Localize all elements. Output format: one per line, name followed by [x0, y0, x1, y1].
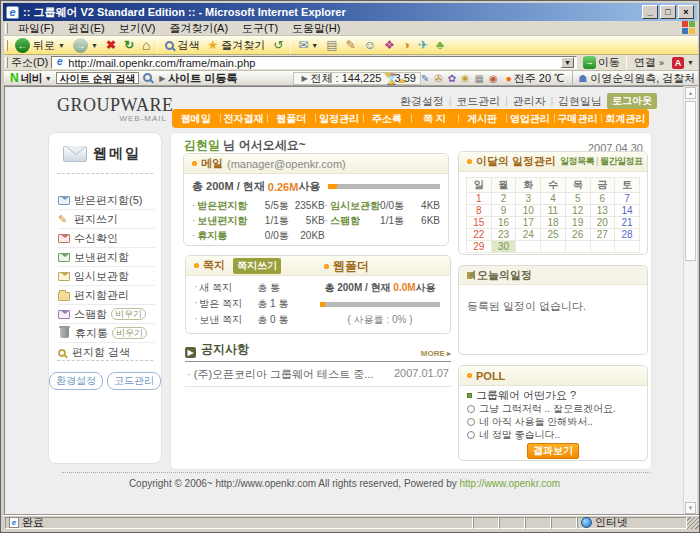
- nav-tab-8[interactable]: 구매관리: [554, 109, 602, 128]
- address-input[interactable]: e http://mail.openkr.com/frame/main.php …: [51, 56, 577, 69]
- calendar-day-17[interactable]: 17: [516, 217, 541, 229]
- calendar-day-6[interactable]: 6: [590, 193, 615, 205]
- maximize-button[interactable]: □: [660, 5, 676, 19]
- calendar-day-10[interactable]: 10: [516, 205, 541, 217]
- calendar-day-12[interactable]: 12: [565, 205, 590, 217]
- sidebar-item-1[interactable]: 편지쓰기: [58, 210, 155, 229]
- calendar-day-7[interactable]: 7: [615, 193, 640, 205]
- poll-result-button[interactable]: 결과보기: [527, 443, 579, 459]
- sidebar-button-1[interactable]: 코드관리: [107, 372, 161, 390]
- naver-logo[interactable]: N 네비▼: [4, 71, 56, 86]
- nav-tab-5[interactable]: 쪽 지: [411, 109, 459, 128]
- calendar-day-13[interactable]: 13: [590, 205, 615, 217]
- menu-item-3[interactable]: 즐겨찾기(A): [162, 20, 235, 37]
- nav-tab-0[interactable]: 웹메일: [172, 109, 220, 128]
- site-rank-search-input[interactable]: 사이트 순위 검색: [56, 72, 140, 84]
- poll-option-0[interactable]: 그냥 그럭저럭 .. 잘모르겠어요.: [459, 402, 647, 415]
- notice-item[interactable]: · (주)오픈코리아 그룹웨어 테스트 중... 2007.01.07: [185, 362, 451, 387]
- nav-tab-7[interactable]: 영업관리: [506, 109, 554, 128]
- app3-button[interactable]: ✈: [414, 37, 432, 54]
- calendar-day-25[interactable]: 25: [541, 229, 566, 241]
- sidebar-item-6[interactable]: 스팸함비우기: [58, 305, 155, 324]
- menu-item-1[interactable]: 편집(E): [61, 20, 112, 37]
- calendar-day-27[interactable]: 27: [590, 229, 615, 241]
- calendar-day-16[interactable]: 16: [491, 217, 516, 229]
- calendar-day-29[interactable]: 29: [467, 241, 492, 253]
- utility-link-0[interactable]: 환경설정: [400, 94, 444, 109]
- notice-more-link[interactable]: MORE ▸: [421, 349, 451, 358]
- menu-item-2[interactable]: 보기(V): [112, 20, 163, 37]
- cal-icon[interactable]: ◉: [489, 73, 498, 84]
- nav-tab-1[interactable]: 전자결재: [220, 109, 268, 128]
- print-button[interactable]: ▤: [322, 37, 341, 54]
- nav-tab-3[interactable]: 일정관리: [315, 109, 363, 128]
- sidebar-item-2[interactable]: 수신확인: [58, 229, 155, 248]
- calc-icon[interactable]: ▦: [474, 73, 483, 84]
- nav-tab-4[interactable]: 주소록: [363, 109, 411, 128]
- links-button[interactable]: 연결 »: [630, 54, 668, 71]
- go-button[interactable]: → 이동: [580, 55, 623, 70]
- utility-link-1[interactable]: 코드관리: [456, 94, 500, 109]
- messenger-button[interactable]: ☺: [360, 37, 380, 54]
- poll-option-2[interactable]: 네 정말 좋습니다..: [459, 428, 647, 441]
- sidebar-item-5[interactable]: 편지함관리: [58, 286, 155, 305]
- site-status[interactable]: 사이트 미등록: [168, 71, 237, 86]
- calendar-day-9[interactable]: 9: [491, 205, 516, 217]
- utility-link-3[interactable]: 김현일님: [558, 94, 602, 109]
- poll-option-1[interactable]: 네 아직 사용을 안해봐서..: [459, 415, 647, 428]
- poll-radio-1[interactable]: [467, 418, 475, 426]
- menu-item-4[interactable]: 도구(T): [235, 20, 285, 37]
- history-button[interactable]: ↺: [269, 37, 287, 54]
- search-button[interactable]: 검색: [161, 37, 203, 54]
- empty-button[interactable]: 비우기: [112, 327, 147, 339]
- edit-button[interactable]: ✎: [342, 37, 360, 54]
- calendar-day-28[interactable]: 28: [615, 229, 640, 241]
- nav-tab-2[interactable]: 웹폴더: [267, 109, 315, 128]
- calendar-day-5[interactable]: 5: [565, 193, 590, 205]
- calendar-day-22[interactable]: 22: [467, 229, 492, 241]
- utility-link-2[interactable]: 관리자: [513, 94, 546, 109]
- scroll-up-button[interactable]: ▲: [685, 87, 696, 99]
- favorites-button[interactable]: ★즐겨찾기: [203, 37, 269, 54]
- forward-button[interactable]: →▼: [69, 37, 102, 54]
- calendar-day-1[interactable]: 1: [467, 193, 492, 205]
- scroll-thumb[interactable]: [685, 101, 696, 261]
- poll-radio-2[interactable]: [467, 431, 475, 439]
- calendar-day-21[interactable]: 21: [615, 217, 640, 229]
- pencil-icon[interactable]: ✎: [421, 73, 429, 84]
- sidebar-button-0[interactable]: 환경설정: [49, 372, 103, 390]
- back-button[interactable]: ← 뒤로▼: [11, 37, 69, 54]
- calendar-day-20[interactable]: 20: [590, 217, 615, 229]
- app4-button[interactable]: ♣: [432, 37, 448, 54]
- address-dropdown[interactable]: ▼: [561, 57, 574, 68]
- gold-icon[interactable]: ❀: [461, 73, 469, 84]
- capture-icon[interactable]: ✇: [434, 73, 442, 84]
- calendar-day-19[interactable]: 19: [565, 217, 590, 229]
- dict-icon[interactable]: ✿: [448, 73, 456, 84]
- rank-search-button[interactable]: [143, 72, 152, 84]
- news-ticker[interactable]: ☗ 이영순의원측, 검찰처: [572, 71, 695, 86]
- vertical-scrollbar[interactable]: ▲ ▼: [683, 86, 698, 515]
- calendar-day-2[interactable]: 2: [491, 193, 516, 205]
- write-memo-button[interactable]: 쪽지쓰기: [233, 258, 281, 274]
- calendar-day-23[interactable]: 23: [491, 229, 516, 241]
- calendar-day-4[interactable]: 4: [541, 193, 566, 205]
- calendar-day-18[interactable]: 18: [541, 217, 566, 229]
- mail-button[interactable]: ✉▼: [294, 37, 322, 54]
- sidebar-item-4[interactable]: 임시보관함: [58, 267, 155, 286]
- home-button[interactable]: ⌂: [138, 37, 154, 54]
- refresh-button[interactable]: ↻: [120, 37, 138, 54]
- monthly-schedule-link[interactable]: 월간일정표: [600, 156, 643, 166]
- calendar-day-26[interactable]: 26: [565, 229, 590, 241]
- nav-tab-6[interactable]: 게시판: [458, 109, 506, 128]
- acrobat-button[interactable]: A▼: [668, 54, 698, 71]
- menu-item-0[interactable]: 파일(F): [11, 20, 61, 37]
- close-button[interactable]: ×: [678, 5, 694, 19]
- sidebar-item-7[interactable]: 휴지통비우기: [58, 324, 155, 343]
- menu-item-5[interactable]: 도움말(H): [285, 20, 347, 37]
- stop-button[interactable]: ✖: [102, 37, 120, 54]
- nav-tab-9[interactable]: 회계관리: [601, 109, 649, 128]
- calendar-day-15[interactable]: 15: [467, 217, 492, 229]
- calendar-day-3[interactable]: 3: [516, 193, 541, 205]
- sidebar-item-0[interactable]: 받은편지함(5): [58, 191, 155, 210]
